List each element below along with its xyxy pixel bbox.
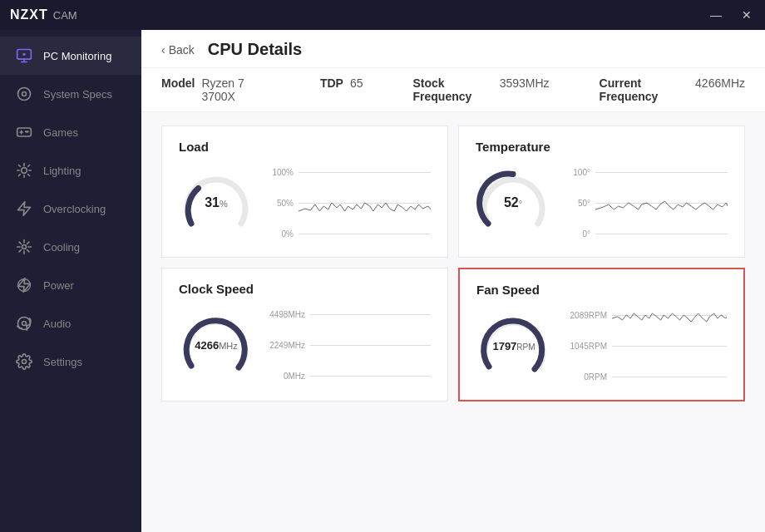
close-button[interactable]: ✕ xyxy=(738,7,755,23)
svg-point-1 xyxy=(22,53,25,56)
clock-speed-gauge: 4266MHz xyxy=(179,308,254,382)
app-logo: NZXT CAM xyxy=(10,7,77,22)
stock-freq-info: Stock Frequency 3593MHz xyxy=(413,76,550,103)
main-content: ‹ Back CPU Details Model Ryzen 7 3700X T… xyxy=(141,30,765,532)
load-min-line xyxy=(299,234,431,234)
sidebar-label-games: Games xyxy=(43,126,78,139)
temperature-card-body: 52° 100° 50° xyxy=(476,165,728,240)
tdp-value: 65 xyxy=(350,76,363,90)
load-value: 31% xyxy=(205,195,228,210)
content-header: ‹ Back CPU Details xyxy=(141,30,765,68)
fan-sparkline xyxy=(612,307,727,332)
temp-mid-label: 50° xyxy=(560,199,590,208)
sidebar-label-system-specs: System Specs xyxy=(43,88,112,101)
svg-point-5 xyxy=(22,168,27,174)
overclocking-icon xyxy=(15,200,33,218)
model-label: Model xyxy=(161,76,195,90)
sidebar-label-settings: Settings xyxy=(43,356,82,368)
clock-mid-label: 2249MHz xyxy=(264,341,305,350)
svg-point-17 xyxy=(22,322,27,326)
sidebar-label-pc-monitoring: PC Monitoring xyxy=(43,50,111,62)
svg-line-13 xyxy=(28,165,30,167)
titlebar: NZXT CAM — ✕ xyxy=(0,0,765,30)
svg-point-14 xyxy=(22,245,27,249)
svg-rect-4 xyxy=(17,128,32,136)
temperature-value: 52° xyxy=(504,195,522,210)
load-card-title: Load xyxy=(179,140,431,154)
sidebar-item-cooling[interactable]: Cooling xyxy=(0,228,141,266)
clock-min-label: 0MHz xyxy=(264,372,305,381)
page-title: CPU Details xyxy=(208,40,302,59)
tdp-label: TDP xyxy=(320,76,343,90)
system-specs-icon xyxy=(15,85,33,103)
load-chart: 100% 50% xyxy=(264,168,431,239)
sidebar-item-lighting[interactable]: Lighting xyxy=(0,151,141,190)
temperature-card: Temperature 52° 100° xyxy=(458,126,745,258)
load-min-label: 0% xyxy=(264,229,294,239)
sidebar-label-lighting: Lighting xyxy=(43,165,81,177)
fan-mid-label: 1045RPM xyxy=(561,342,607,351)
clock-speed-card-title: Clock Speed xyxy=(179,282,431,296)
svg-point-2 xyxy=(18,88,31,101)
cpu-info-row: Model Ryzen 7 3700X TDP 65 Stock Frequen… xyxy=(141,68,765,112)
sidebar-item-games[interactable]: Games xyxy=(0,113,141,151)
settings-icon xyxy=(15,352,33,371)
fan-speed-card-body: 1797RPM 2089RPM xyxy=(476,308,727,383)
temperature-gauge: 52° xyxy=(476,165,550,240)
current-freq-value: 4266MHz xyxy=(695,76,745,90)
temp-sparkline xyxy=(595,195,728,219)
stock-freq-label: Stock Frequency xyxy=(413,76,493,103)
temp-min-label: 0° xyxy=(560,229,590,239)
clock-speed-card-body: 4266MHz 4498MHz 2249MHz 0MHz xyxy=(179,308,431,382)
logo-nzxt: NZXT xyxy=(10,7,48,22)
load-mid-line xyxy=(299,203,431,204)
temperature-card-title: Temperature xyxy=(476,140,728,154)
load-card-body: 31% 100% 50% xyxy=(179,165,431,240)
stock-freq-value: 3593MHz xyxy=(500,76,550,90)
sidebar-item-settings[interactable]: Settings xyxy=(0,342,141,381)
svg-point-18 xyxy=(22,360,27,364)
sidebar-label-overclocking: Overclocking xyxy=(43,203,106,215)
sidebar-item-power[interactable]: Power xyxy=(0,266,141,304)
load-mid-label: 50% xyxy=(264,199,294,208)
logo-cam: CAM xyxy=(53,9,77,22)
fan-speed-value: 1797RPM xyxy=(492,340,535,352)
fan-speed-card: Fan Speed 1797RPM 20 xyxy=(458,268,745,401)
monitor-icon xyxy=(15,47,33,65)
clock-speed-card: Clock Speed 4266MHz xyxy=(161,268,448,401)
sidebar-item-overclocking[interactable]: Overclocking xyxy=(0,190,141,228)
cards-grid: Load 31% xyxy=(141,112,765,415)
back-label: Back xyxy=(169,43,195,57)
clock-speed-chart: 4498MHz 2249MHz 0MHz xyxy=(264,310,431,381)
svg-point-3 xyxy=(22,92,27,96)
svg-line-9 xyxy=(28,175,30,176)
fan-min-label: 0RPM xyxy=(561,372,607,382)
sidebar-item-audio[interactable]: Audio xyxy=(0,304,141,342)
sidebar-label-cooling: Cooling xyxy=(43,241,80,254)
svg-line-8 xyxy=(19,165,21,167)
fan-max-label: 2089RPM xyxy=(561,311,607,320)
fan-speed-gauge: 1797RPM xyxy=(476,308,551,383)
svg-point-16 xyxy=(18,318,31,330)
cooling-icon xyxy=(15,238,33,256)
minimize-button[interactable]: — xyxy=(707,7,725,23)
temp-max-label: 100° xyxy=(560,168,590,177)
load-max-line xyxy=(299,172,431,173)
load-card: Load 31% xyxy=(161,126,448,258)
current-freq-info: Current Frequency 4266MHz xyxy=(600,76,745,103)
back-button[interactable]: ‹ Back xyxy=(161,43,195,57)
temperature-chart: 100° 50° 0° xyxy=(560,168,728,239)
sidebar-item-system-specs[interactable]: System Specs xyxy=(0,75,141,113)
chevron-left-icon: ‹ xyxy=(161,43,165,57)
current-freq-label: Current Frequency xyxy=(600,76,688,103)
svg-line-12 xyxy=(19,175,21,176)
model-info: Model Ryzen 7 3700X xyxy=(161,76,270,103)
sidebar-item-pc-monitoring[interactable]: PC Monitoring xyxy=(0,37,141,75)
power-icon xyxy=(15,276,33,294)
app-body: PC Monitoring System Specs Games xyxy=(0,30,765,532)
model-value: Ryzen 7 3700X xyxy=(201,76,269,103)
clock-speed-value: 4266MHz xyxy=(195,339,238,352)
window-controls: — ✕ xyxy=(707,7,755,23)
audio-icon xyxy=(15,314,33,332)
fan-speed-card-title: Fan Speed xyxy=(476,283,727,297)
